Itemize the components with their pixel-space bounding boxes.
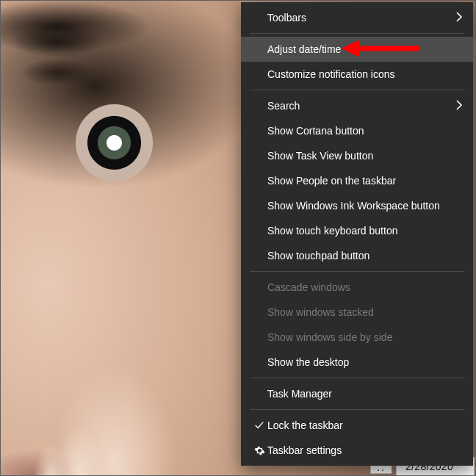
gear-icon [251, 445, 267, 456]
check-icon [251, 420, 267, 430]
menu-item-show-windows-stacked: Show windows stacked [241, 300, 473, 325]
taskbar-context-menu: ToolbarsAdjust date/timeCustomize notifi… [241, 2, 473, 466]
menu-item-label: Show the desktop [267, 356, 463, 368]
menu-item-show-touchpad-button[interactable]: Show touchpad button [241, 243, 473, 268]
menu-item-label: Search [267, 100, 455, 112]
menu-item-show-the-desktop[interactable]: Show the desktop [241, 350, 473, 375]
menu-item-label: Show People on the taskbar [267, 175, 463, 187]
menu-separator [250, 409, 464, 410]
menu-item-show-people-on-the-taskbar[interactable]: Show People on the taskbar [241, 168, 473, 193]
menu-separator [250, 271, 464, 272]
menu-item-label: Show windows stacked [267, 306, 463, 318]
menu-item-label: Cascade windows [267, 281, 463, 293]
menu-item-toolbars[interactable]: Toolbars [241, 5, 473, 30]
menu-item-cascade-windows: Cascade windows [241, 275, 473, 300]
menu-item-label: Show touchpad button [267, 250, 463, 262]
menu-item-adjust-date-time[interactable]: Adjust date/time [241, 37, 473, 62]
menu-item-label: Show windows side by side [267, 331, 463, 343]
menu-item-taskbar-settings[interactable]: Taskbar settings [241, 438, 473, 463]
menu-item-search[interactable]: Search [241, 93, 473, 118]
chevron-right-icon [455, 12, 463, 24]
menu-separator [250, 90, 464, 90]
menu-item-label: Show touch keyboard button [267, 225, 463, 237]
menu-item-label: Taskbar settings [267, 444, 463, 456]
menu-item-lock-the-taskbar[interactable]: Lock the taskbar [241, 413, 473, 438]
menu-item-task-manager[interactable]: Task Manager [241, 381, 473, 406]
menu-item-label: Customize notification icons [267, 68, 463, 80]
menu-item-label: Show Windows Ink Workspace button [267, 200, 463, 212]
menu-item-label: Show Task View button [267, 150, 463, 162]
menu-separator [250, 33, 464, 34]
chevron-right-icon [455, 100, 463, 112]
menu-item-label: Lock the taskbar [267, 419, 463, 431]
menu-item-label: Show Cortana button [267, 125, 463, 137]
menu-item-label: Toolbars [267, 12, 455, 24]
menu-item-show-windows-side-by-side: Show windows side by side [241, 325, 473, 350]
menu-item-label: Adjust date/time [267, 43, 463, 55]
menu-item-customize-notification-icons[interactable]: Customize notification icons [241, 62, 473, 87]
menu-item-show-windows-ink-workspace-button[interactable]: Show Windows Ink Workspace button [241, 193, 473, 218]
menu-item-show-touch-keyboard-button[interactable]: Show touch keyboard button [241, 218, 473, 243]
menu-item-label: Task Manager [267, 388, 463, 400]
menu-item-show-task-view-button[interactable]: Show Task View button [241, 143, 473, 168]
menu-separator [250, 378, 464, 378]
menu-item-show-cortana-button[interactable]: Show Cortana button [241, 118, 473, 143]
